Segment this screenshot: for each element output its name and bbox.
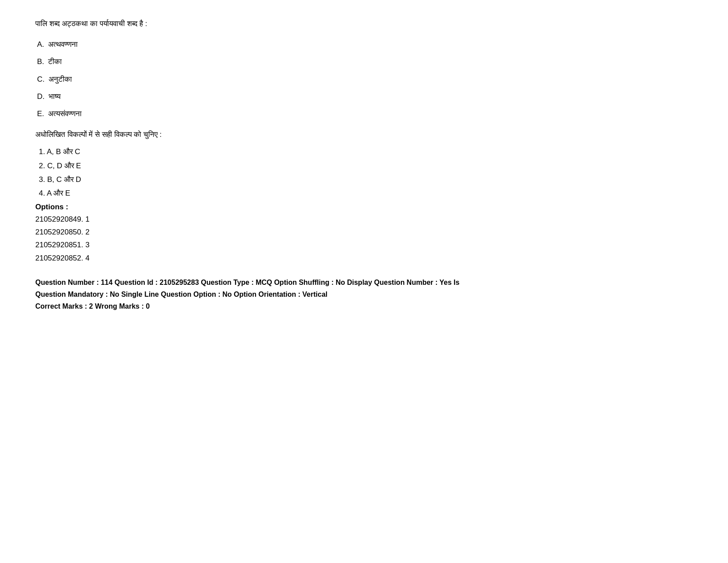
sub-option-3: 3. B, C और D — [39, 174, 693, 185]
sub-option-1-text: A, B और C — [47, 147, 80, 156]
question-text: पालि शब्द अट्ठकथा का पर्यायवाची शब्द है … — [35, 18, 693, 30]
option-c-label: C. — [37, 75, 45, 83]
sub-option-3-text: B, C और D — [47, 175, 81, 184]
question-container: पालि शब्द अट्ठकथा का पर्यायवाची शब्द है … — [35, 18, 693, 312]
option-a: A. अत्थवण्णना — [37, 38, 693, 50]
option-b-label: B. — [37, 57, 44, 66]
metadata-line1: Question Number : 114 Question Id : 2105… — [35, 276, 693, 288]
metadata-line2: Question Mandatory : No Single Line Ques… — [35, 288, 693, 300]
metadata-block: Question Number : 114 Question Id : 2105… — [35, 276, 693, 313]
sub-option-1: 1. A, B और C — [39, 146, 693, 158]
option-e: E. अत्यसंवण्णना — [37, 108, 693, 120]
option-id-2: 21052920850. 2 — [35, 226, 693, 238]
sub-option-4-text: A और E — [47, 189, 70, 197]
option-e-label: E. — [37, 110, 44, 118]
option-id-3-id: 21052920851. — [35, 241, 83, 249]
sub-option-3-num: 3. — [39, 175, 45, 184]
sub-question-text: अधोलिखित विकल्पों में से सही विकल्प को च… — [35, 128, 693, 140]
sub-option-2: 2. C, D और E — [39, 160, 693, 172]
option-id-3-val: 3 — [85, 241, 89, 249]
option-id-1-id: 21052920849. — [35, 215, 83, 223]
option-c: C. अनुटीका — [37, 73, 693, 85]
sub-option-4: 4. A और E — [39, 187, 693, 199]
option-id-1-val: 1 — [85, 215, 89, 223]
metadata-line3: Correct Marks : 2 Wrong Marks : 0 — [35, 300, 693, 312]
option-id-1: 21052920849. 1 — [35, 213, 693, 225]
option-d-label: D. — [37, 92, 45, 101]
option-b: B. टीका — [37, 56, 693, 68]
option-a-text: अत्थवण्णना — [48, 40, 78, 49]
sub-options-container: 1. A, B और C 2. C, D और E 3. B, C और D 4… — [39, 146, 693, 199]
sub-option-2-text: C, D और E — [47, 162, 81, 170]
sub-option-4-num: 4. — [39, 189, 45, 197]
sub-option-2-num: 2. — [39, 162, 45, 170]
option-id-2-val: 2 — [85, 228, 89, 236]
option-id-4: 21052920852. 4 — [35, 252, 693, 264]
option-id-4-val: 4 — [85, 254, 89, 262]
option-c-text: अनुटीका — [49, 75, 72, 83]
option-id-2-id: 21052920850. — [35, 228, 83, 236]
option-b-text: टीका — [48, 57, 62, 66]
option-a-label: A. — [37, 40, 44, 49]
option-id-3: 21052920851. 3 — [35, 239, 693, 251]
option-id-4-id: 21052920852. — [35, 254, 83, 262]
option-e-text: अत्यसंवण्णना — [48, 110, 82, 118]
options-label: Options : — [35, 203, 693, 212]
option-d-text: भाष्य — [49, 92, 60, 101]
sub-option-1-num: 1. — [39, 147, 45, 156]
option-d: D. भाष्य — [37, 91, 693, 102]
